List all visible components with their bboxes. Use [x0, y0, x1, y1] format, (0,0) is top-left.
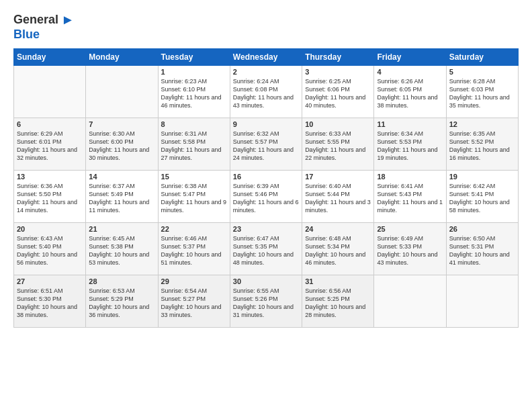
- day-number: 13: [17, 173, 83, 181]
- calendar-cell: 17Sunrise: 6:40 AMSunset: 5:44 PMDayligh…: [302, 171, 374, 223]
- cell-info: Sunrise: 6:24 AMSunset: 6:08 PMDaylight:…: [233, 77, 299, 110]
- day-number: 28: [89, 277, 154, 285]
- calendar-cell: 7Sunrise: 6:30 AMSunset: 6:00 PMDaylight…: [86, 118, 158, 171]
- day-number: 2: [233, 68, 299, 76]
- day-number: 10: [305, 120, 371, 128]
- day-number: 4: [377, 68, 443, 76]
- calendar-cell: 26Sunrise: 6:50 AMSunset: 5:31 PMDayligh…: [446, 223, 518, 275]
- cell-info: Sunrise: 6:31 AMSunset: 5:58 PMDaylight:…: [161, 130, 227, 163]
- cell-info: Sunrise: 6:38 AMSunset: 5:47 PMDaylight:…: [161, 182, 227, 215]
- day-number: 7: [89, 120, 154, 128]
- day-number: 31: [305, 277, 371, 285]
- calendar-cell: 3Sunrise: 6:25 AMSunset: 6:06 PMDaylight…: [302, 66, 374, 118]
- calendar-cell: 19Sunrise: 6:42 AMSunset: 5:41 PMDayligh…: [446, 171, 518, 223]
- calendar-cell: [446, 275, 518, 328]
- cell-info: Sunrise: 6:39 AMSunset: 5:46 PMDaylight:…: [233, 182, 299, 215]
- day-number: 30: [233, 277, 299, 285]
- cell-info: Sunrise: 6:28 AMSunset: 6:03 PMDaylight:…: [449, 77, 515, 110]
- day-number: 8: [161, 120, 227, 128]
- day-number: 16: [233, 173, 299, 181]
- logo-blue-text: Blue: [13, 28, 40, 42]
- cell-info: Sunrise: 6:36 AMSunset: 5:50 PMDaylight:…: [17, 182, 83, 215]
- day-number: 20: [17, 225, 83, 233]
- cell-info: Sunrise: 6:46 AMSunset: 5:37 PMDaylight:…: [161, 234, 227, 267]
- calendar-row: 1Sunrise: 6:23 AMSunset: 6:10 PMDaylight…: [14, 66, 519, 118]
- day-number: 9: [233, 120, 299, 128]
- day-number: 15: [161, 173, 227, 181]
- cell-info: Sunrise: 6:45 AMSunset: 5:38 PMDaylight:…: [89, 234, 154, 267]
- calendar-cell: 22Sunrise: 6:46 AMSunset: 5:37 PMDayligh…: [158, 223, 230, 275]
- calendar-cell: 24Sunrise: 6:48 AMSunset: 5:34 PMDayligh…: [302, 223, 374, 275]
- cell-info: Sunrise: 6:41 AMSunset: 5:43 PMDaylight:…: [377, 182, 443, 215]
- cell-info: Sunrise: 6:23 AMSunset: 6:10 PMDaylight:…: [161, 77, 227, 110]
- day-number: 26: [449, 225, 515, 233]
- weekday-header: Saturday: [446, 49, 518, 66]
- calendar-cell: 14Sunrise: 6:37 AMSunset: 5:49 PMDayligh…: [86, 171, 158, 223]
- calendar-cell: 10Sunrise: 6:33 AMSunset: 5:55 PMDayligh…: [302, 118, 374, 171]
- day-number: 21: [89, 225, 154, 233]
- calendar-cell: 30Sunrise: 6:55 AMSunset: 5:26 PMDayligh…: [230, 275, 302, 328]
- calendar-cell: 8Sunrise: 6:31 AMSunset: 5:58 PMDaylight…: [158, 118, 230, 171]
- calendar-cell: 4Sunrise: 6:26 AMSunset: 6:05 PMDaylight…: [374, 66, 446, 118]
- day-number: 11: [377, 120, 443, 128]
- calendar-cell: 28Sunrise: 6:53 AMSunset: 5:29 PMDayligh…: [86, 275, 158, 328]
- calendar-cell: 12Sunrise: 6:35 AMSunset: 5:52 PMDayligh…: [446, 118, 518, 171]
- cell-info: Sunrise: 6:48 AMSunset: 5:34 PMDaylight:…: [305, 234, 371, 267]
- day-number: 18: [377, 173, 443, 181]
- cell-info: Sunrise: 6:25 AMSunset: 6:06 PMDaylight:…: [305, 77, 371, 110]
- cell-info: Sunrise: 6:56 AMSunset: 5:25 PMDaylight:…: [305, 287, 371, 320]
- day-number: 12: [449, 120, 515, 128]
- weekday-header: Friday: [374, 49, 446, 66]
- day-number: 25: [377, 225, 443, 233]
- calendar-cell: 21Sunrise: 6:45 AMSunset: 5:38 PMDayligh…: [86, 223, 158, 275]
- weekday-header: Wednesday: [230, 49, 302, 66]
- calendar-cell: 20Sunrise: 6:43 AMSunset: 5:40 PMDayligh…: [14, 223, 86, 275]
- calendar-cell: 23Sunrise: 6:47 AMSunset: 5:35 PMDayligh…: [230, 223, 302, 275]
- day-number: 5: [449, 68, 515, 76]
- day-number: 29: [161, 277, 227, 285]
- day-number: 3: [305, 68, 371, 76]
- day-number: 22: [161, 225, 227, 233]
- day-number: 14: [89, 173, 154, 181]
- cell-info: Sunrise: 6:55 AMSunset: 5:26 PMDaylight:…: [233, 287, 299, 320]
- calendar-cell: 31Sunrise: 6:56 AMSunset: 5:25 PMDayligh…: [302, 275, 374, 328]
- cell-info: Sunrise: 6:43 AMSunset: 5:40 PMDaylight:…: [17, 234, 83, 267]
- calendar-cell: 6Sunrise: 6:29 AMSunset: 6:01 PMDaylight…: [14, 118, 86, 171]
- weekday-header: Thursday: [302, 49, 374, 66]
- calendar-cell: 15Sunrise: 6:38 AMSunset: 5:47 PMDayligh…: [158, 171, 230, 223]
- calendar-cell: [374, 275, 446, 328]
- cell-info: Sunrise: 6:50 AMSunset: 5:31 PMDaylight:…: [449, 234, 515, 267]
- cell-info: Sunrise: 6:32 AMSunset: 5:57 PMDaylight:…: [233, 130, 299, 163]
- calendar-cell: 11Sunrise: 6:34 AMSunset: 5:53 PMDayligh…: [374, 118, 446, 171]
- logo: General ► Blue: [13, 12, 75, 42]
- cell-info: Sunrise: 6:30 AMSunset: 6:00 PMDaylight:…: [89, 130, 154, 163]
- cell-info: Sunrise: 6:47 AMSunset: 5:35 PMDaylight:…: [233, 234, 299, 267]
- day-number: 23: [233, 225, 299, 233]
- day-number: 1: [161, 68, 227, 76]
- header: General ► Blue: [13, 12, 519, 42]
- calendar-cell: 13Sunrise: 6:36 AMSunset: 5:50 PMDayligh…: [14, 171, 86, 223]
- calendar-row: 20Sunrise: 6:43 AMSunset: 5:40 PMDayligh…: [14, 223, 519, 275]
- calendar-row: 27Sunrise: 6:51 AMSunset: 5:30 PMDayligh…: [14, 275, 519, 328]
- calendar-cell: 27Sunrise: 6:51 AMSunset: 5:30 PMDayligh…: [14, 275, 86, 328]
- cell-info: Sunrise: 6:42 AMSunset: 5:41 PMDaylight:…: [449, 182, 515, 215]
- weekday-header: Monday: [86, 49, 158, 66]
- cell-info: Sunrise: 6:33 AMSunset: 5:55 PMDaylight:…: [305, 130, 371, 163]
- page: General ► Blue SundayMondayTuesdayWednes…: [0, 0, 532, 411]
- cell-info: Sunrise: 6:54 AMSunset: 5:27 PMDaylight:…: [161, 287, 227, 320]
- calendar-cell: 2Sunrise: 6:24 AMSunset: 6:08 PMDaylight…: [230, 66, 302, 118]
- day-number: 6: [17, 120, 83, 128]
- cell-info: Sunrise: 6:35 AMSunset: 5:52 PMDaylight:…: [449, 130, 515, 163]
- cell-info: Sunrise: 6:37 AMSunset: 5:49 PMDaylight:…: [89, 182, 154, 215]
- calendar-cell: 1Sunrise: 6:23 AMSunset: 6:10 PMDaylight…: [158, 66, 230, 118]
- calendar-cell: 25Sunrise: 6:49 AMSunset: 5:33 PMDayligh…: [374, 223, 446, 275]
- cell-info: Sunrise: 6:34 AMSunset: 5:53 PMDaylight:…: [377, 130, 443, 163]
- calendar-header-row: SundayMondayTuesdayWednesdayThursdayFrid…: [14, 49, 519, 66]
- calendar-row: 6Sunrise: 6:29 AMSunset: 6:01 PMDaylight…: [14, 118, 519, 171]
- logo-general-text: General: [13, 13, 58, 27]
- day-number: 27: [17, 277, 83, 285]
- cell-info: Sunrise: 6:49 AMSunset: 5:33 PMDaylight:…: [377, 234, 443, 267]
- calendar-cell: 18Sunrise: 6:41 AMSunset: 5:43 PMDayligh…: [374, 171, 446, 223]
- cell-info: Sunrise: 6:40 AMSunset: 5:44 PMDaylight:…: [305, 182, 371, 215]
- calendar-cell: 5Sunrise: 6:28 AMSunset: 6:03 PMDaylight…: [446, 66, 518, 118]
